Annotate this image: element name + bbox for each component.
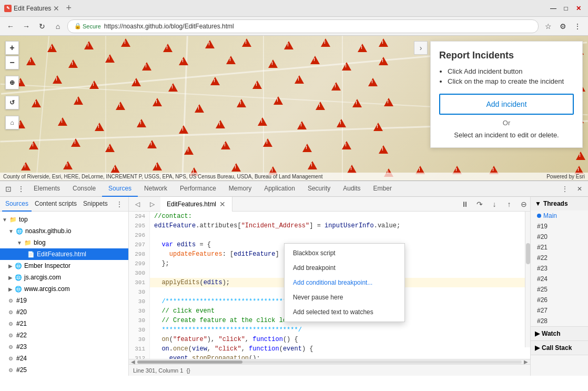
devtools-inspect-icon[interactable]: ⊡ xyxy=(2,183,15,195)
warning-marker[interactable] xyxy=(242,38,251,47)
warning-marker[interactable] xyxy=(342,141,351,149)
warning-marker[interactable] xyxy=(163,44,173,52)
horizontal-scrollbar[interactable]: ◀ ▶ xyxy=(129,359,530,364)
warning-marker[interactable] xyxy=(53,75,62,84)
thread-main[interactable]: Main xyxy=(531,210,588,221)
warning-marker[interactable] xyxy=(147,140,157,148)
thread-20[interactable]: #20 xyxy=(531,232,588,242)
home-btn[interactable]: ⌂ xyxy=(52,20,64,33)
warning-marker[interactable] xyxy=(379,145,388,154)
thread-27[interactable]: #27 xyxy=(531,305,588,316)
warning-marker[interactable] xyxy=(221,141,230,149)
warning-marker[interactable] xyxy=(342,62,351,71)
tab-close-btn[interactable]: ✕ xyxy=(53,4,59,13)
warning-marker[interactable] xyxy=(47,44,57,52)
warning-marker[interactable] xyxy=(32,99,41,107)
deactivate-breakpoints-btn[interactable]: ⊖ xyxy=(518,198,530,210)
sources-tab-snippets[interactable]: Snippets xyxy=(80,197,111,212)
warning-marker[interactable] xyxy=(384,98,393,106)
warning-marker[interactable] xyxy=(284,41,293,49)
warning-marker[interactable] xyxy=(26,57,36,65)
warning-marker[interactable] xyxy=(153,98,162,106)
context-add-conditional-breakpoint[interactable]: Add conditional breakpoint... xyxy=(285,275,404,290)
tab-memory[interactable]: Memory xyxy=(222,181,258,197)
thread-22[interactable]: #22 xyxy=(531,253,588,263)
warning-marker[interactable] xyxy=(121,38,130,47)
warning-marker[interactable] xyxy=(316,102,325,110)
warning-marker[interactable] xyxy=(347,165,357,173)
warning-marker[interactable] xyxy=(74,96,83,105)
warning-marker[interactable] xyxy=(21,162,31,171)
tree-item-noashx[interactable]: ▼ 🌐 noashx.github.io xyxy=(0,225,128,237)
tree-item-22[interactable]: ⚙ #22 xyxy=(0,329,128,341)
devtools-close-icon[interactable]: ✕ xyxy=(573,183,586,195)
tree-item-24[interactable]: ⚙ #24 xyxy=(0,353,128,364)
warning-marker[interactable] xyxy=(84,41,94,49)
warning-marker[interactable] xyxy=(310,56,320,64)
watch-section-title[interactable]: ▶ Watch xyxy=(531,327,588,340)
warning-marker[interactable] xyxy=(184,146,194,155)
maximize-btn[interactable]: □ xyxy=(561,3,571,14)
home-map-btn[interactable]: ⌂ xyxy=(5,116,19,129)
tree-item-editfeatures[interactable]: 📄 EditFeatures.html xyxy=(0,248,128,260)
warning-marker[interactable] xyxy=(268,59,278,68)
warning-marker[interactable] xyxy=(373,123,383,131)
warning-marker[interactable] xyxy=(205,40,215,48)
close-btn[interactable]: ✕ xyxy=(573,3,584,14)
bookmark-btn[interactable]: ☆ xyxy=(542,20,554,33)
thread-24[interactable]: #24 xyxy=(531,274,588,284)
warning-marker[interactable] xyxy=(295,75,304,84)
thread-28[interactable]: #28 xyxy=(531,316,588,326)
warning-marker[interactable] xyxy=(153,162,162,171)
add-incident-button[interactable]: Add incident xyxy=(439,94,574,115)
warning-marker[interactable] xyxy=(226,56,236,64)
tree-item-jsarcgis[interactable]: ▶ 🌐 js.arcgis.com xyxy=(0,272,128,283)
warning-marker[interactable] xyxy=(68,59,78,68)
new-tab-btn[interactable]: + xyxy=(62,1,76,16)
warning-marker[interactable] xyxy=(331,82,341,91)
tab-sources[interactable]: Sources xyxy=(102,181,138,197)
rotate-left-btn[interactable]: ↺ xyxy=(5,96,19,109)
sources-tab-content-scripts[interactable]: Content scripts xyxy=(32,197,80,212)
warning-marker[interactable] xyxy=(210,77,220,85)
warning-marker[interactable] xyxy=(352,99,362,107)
vertical-scrollbar[interactable] xyxy=(525,212,530,347)
context-add-selected-to-watches[interactable]: Add selected text to watches xyxy=(285,305,404,319)
warning-marker[interactable] xyxy=(308,161,317,169)
zoom-out-btn[interactable]: − xyxy=(5,56,19,69)
tree-item-25[interactable]: ⚙ #25 xyxy=(0,364,128,376)
tab-application[interactable]: Application xyxy=(258,181,301,197)
warning-marker[interactable] xyxy=(358,44,367,52)
warning-marker[interactable] xyxy=(297,121,307,129)
warning-marker[interactable] xyxy=(231,163,241,172)
code-back-btn[interactable]: ◁ xyxy=(131,198,144,210)
sources-sidebar-more[interactable]: ⋮ xyxy=(113,200,126,208)
warning-marker[interactable] xyxy=(131,78,141,86)
forward-btn[interactable]: → xyxy=(20,20,33,33)
reload-btn[interactable]: ↻ xyxy=(36,20,48,33)
tab-elements[interactable]: Elements xyxy=(27,181,66,197)
address-input[interactable]: 🔒 Secure https://noashx.github.io/blog/E… xyxy=(67,19,539,33)
warning-marker[interactable] xyxy=(273,96,283,105)
zoom-in-btn[interactable]: + xyxy=(5,41,19,55)
warning-marker[interactable] xyxy=(95,123,104,131)
warning-marker[interactable] xyxy=(576,152,585,160)
threads-section-title[interactable]: ▼ Threads xyxy=(531,197,588,210)
tab-ember[interactable]: Ember xyxy=(367,181,398,197)
warning-marker[interactable] xyxy=(302,144,312,152)
compass-btn[interactable]: ⊕ xyxy=(5,76,19,89)
context-blackbox-script[interactable]: Blackbox script xyxy=(285,246,404,260)
tree-item-blog[interactable]: ▼ 📁 blog xyxy=(0,237,128,248)
warning-marker[interactable] xyxy=(237,99,246,107)
tab-console[interactable]: Console xyxy=(66,181,102,197)
tree-item-21[interactable]: ⚙ #21 xyxy=(0,318,128,329)
warning-marker[interactable] xyxy=(142,62,151,71)
warning-marker[interactable] xyxy=(258,117,267,126)
warning-marker[interactable] xyxy=(379,57,388,65)
tab-audits[interactable]: Audits xyxy=(337,181,367,197)
warning-marker[interactable] xyxy=(137,119,146,127)
pause-btn[interactable]: ⏸ xyxy=(459,198,471,210)
code-tab-close-btn[interactable]: ✕ xyxy=(219,200,226,208)
warning-marker[interactable] xyxy=(116,102,125,110)
devtools-settings-icon[interactable]: ⋮ xyxy=(559,183,571,195)
